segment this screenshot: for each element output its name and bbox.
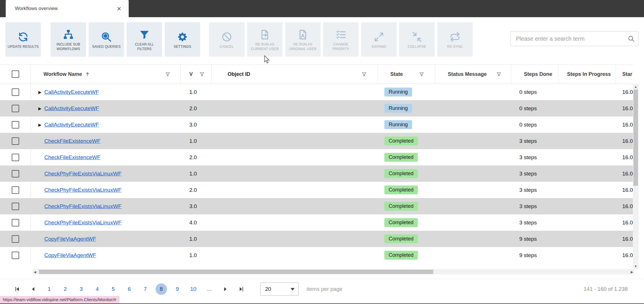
header-object-id[interactable]: Object ID <box>212 65 378 84</box>
state-badge: Completed <box>384 153 418 162</box>
row-checkbox[interactable] <box>12 219 19 226</box>
search-icon[interactable] <box>627 35 635 42</box>
workflow-name-link[interactable]: CheckPhyFileExistsViaLinuxWF <box>44 220 122 226</box>
row-checkbox-cell <box>0 231 31 247</box>
row-checkbox[interactable] <box>12 170 19 177</box>
page-number[interactable]: 4 <box>92 283 103 295</box>
next-page-button[interactable] <box>220 283 231 295</box>
page-number[interactable]: 1 <box>43 283 55 295</box>
previous-page-button[interactable] <box>27 283 39 295</box>
cancel-icon <box>221 30 232 44</box>
steps-in-progress-cell <box>558 214 616 231</box>
scroll-right-icon[interactable]: ▶ <box>631 270 633 274</box>
first-page-button[interactable] <box>11 283 23 295</box>
settings-button[interactable]: SETTINGS <box>165 22 200 57</box>
window-tab-bar: Workflows overview × <box>0 0 644 17</box>
row-checkbox[interactable] <box>12 203 19 210</box>
page-size-select[interactable]: 20 <box>260 283 299 296</box>
header-workflow-name[interactable]: Workflow Name <box>31 65 181 84</box>
expand-icon <box>373 30 385 44</box>
row-checkbox[interactable] <box>12 252 19 259</box>
expand-triangle-icon[interactable]: ▶ <box>38 106 44 111</box>
header-label: State <box>390 71 403 77</box>
vertical-scrollbar[interactable]: ▲ ▼ <box>633 84 639 269</box>
row-checkbox[interactable] <box>12 105 19 112</box>
row-checkbox[interactable] <box>12 154 19 161</box>
version-cell: 2.0 <box>181 182 212 198</box>
page-number[interactable]: 6 <box>124 283 135 295</box>
page-number[interactable]: 8 <box>156 283 167 295</box>
row-checkbox[interactable] <box>12 88 19 96</box>
table-row: ▶ CheckFileExistenceWF 2.0 Completed 3 s… <box>0 149 633 165</box>
filter-icon[interactable] <box>362 72 367 77</box>
workflow-name-cell: ▶ CheckPhyFileExistsViaLinuxWF <box>31 198 181 214</box>
saved-queries-button[interactable]: SAVED QUERIES <box>89 22 124 57</box>
header-version[interactable]: V <box>181 65 212 84</box>
table-row: ▶ CopyFileViaAgentWF 1.0 Completed 9 ste… <box>0 231 633 247</box>
row-checkbox-cell <box>0 214 31 231</box>
scroll-down-icon[interactable]: ▼ <box>633 264 639 269</box>
workflow-name-link[interactable]: CheckPhyFileExistsViaLinuxWF <box>44 203 122 210</box>
header-state[interactable]: State <box>378 65 435 84</box>
steps-done-cell: 3 steps <box>511 133 558 149</box>
workflow-name-cell: ▶ CheckPhyFileExistsViaLinuxWF <box>31 182 181 198</box>
workflow-name-link[interactable]: CallActivityExecuteWF <box>44 89 99 95</box>
row-checkbox[interactable] <box>12 137 19 145</box>
object-id-cell <box>212 247 378 263</box>
expand-triangle-icon[interactable]: ▶ <box>38 90 44 94</box>
workflow-name-link[interactable]: CheckPhyFileExistsViaLinuxWF <box>44 187 122 193</box>
workflow-name-link[interactable]: CheckPhyFileExistsViaLinuxWF <box>44 171 122 177</box>
page-number[interactable]: 9 <box>172 283 183 295</box>
workflow-name-link[interactable]: CallActivityExecuteWF <box>44 122 99 128</box>
rerun-as-original-user-button: RE RUN AS ORIGINAL USER <box>285 22 321 57</box>
header-started[interactable]: Star <box>616 65 633 84</box>
page-number[interactable]: 3 <box>75 283 87 295</box>
button-label: RE RUN AS CURRENT USER <box>249 42 281 51</box>
filter-icon[interactable] <box>419 72 424 77</box>
workflow-name-link[interactable]: CheckFileExistenceWF <box>44 138 100 144</box>
row-checkbox-cell <box>0 247 31 263</box>
started-cell: 16.02 <box>616 100 633 117</box>
update-results-button[interactable]: UPDATE RESULTS <box>5 22 41 57</box>
header-status-message[interactable]: Status Message <box>435 65 511 84</box>
filter-icon[interactable] <box>165 72 170 77</box>
page-number[interactable]: 5 <box>108 283 119 295</box>
workflow-name-link[interactable]: CheckFileExistenceWF <box>44 154 100 161</box>
header-steps-done[interactable]: Steps Done <box>511 65 558 84</box>
filter-icon[interactable] <box>200 72 204 77</box>
clear-all-filters-button[interactable]: CLEAR ALL FILTERS <box>127 22 162 57</box>
search-input[interactable] <box>515 35 627 42</box>
rerun-current-user-icon <box>259 28 271 42</box>
page-number[interactable]: ... <box>204 283 215 295</box>
include-sub-workflows-button[interactable]: INCLUDE SUB WORKFLOWS <box>51 22 86 57</box>
tab-close-icon[interactable]: × <box>117 5 121 12</box>
scroll-up-icon[interactable]: ▲ <box>633 84 639 89</box>
page-number[interactable]: 2 <box>59 283 71 295</box>
tab-workflows-overview[interactable]: Workflows overview × <box>6 0 129 17</box>
row-checkbox[interactable] <box>12 186 19 194</box>
row-checkbox[interactable] <box>12 121 19 129</box>
filter-icon[interactable] <box>496 72 501 77</box>
steps-in-progress-cell <box>558 100 616 117</box>
expand-triangle-icon[interactable]: ▶ <box>38 123 44 127</box>
row-checkbox[interactable] <box>12 235 19 243</box>
status-message-cell <box>435 133 511 149</box>
last-page-button[interactable] <box>236 283 247 295</box>
workflow-name-link[interactable]: CopyFileViaAgentWF <box>44 236 96 242</box>
state-badge: Completed <box>384 234 418 244</box>
vertical-scrollbar-thumb[interactable] <box>633 90 638 186</box>
horizontal-scrollbar-thumb[interactable] <box>39 270 433 274</box>
version-cell: 3.0 <box>181 117 212 133</box>
scroll-left-icon[interactable]: ◀ <box>34 270 36 274</box>
page-number[interactable]: 10 <box>188 283 199 295</box>
header-steps-in-progress[interactable]: Steps In Progress <box>558 65 616 84</box>
page-number[interactable]: 7 <box>140 283 151 295</box>
state-cell: Completed <box>378 247 435 263</box>
workflow-name-link[interactable]: CopyFileViaAgentWF <box>44 252 96 258</box>
horizontal-scrollbar[interactable]: ◀ ▶ <box>33 269 634 275</box>
select-all-checkbox[interactable] <box>12 70 19 78</box>
sort-ascending-icon[interactable] <box>85 72 90 77</box>
workflow-name-link[interactable]: CallActivityExecuteWF <box>44 105 99 112</box>
steps-done-cell: 9 steps <box>511 247 558 263</box>
started-cell: 16.02 <box>616 198 633 214</box>
